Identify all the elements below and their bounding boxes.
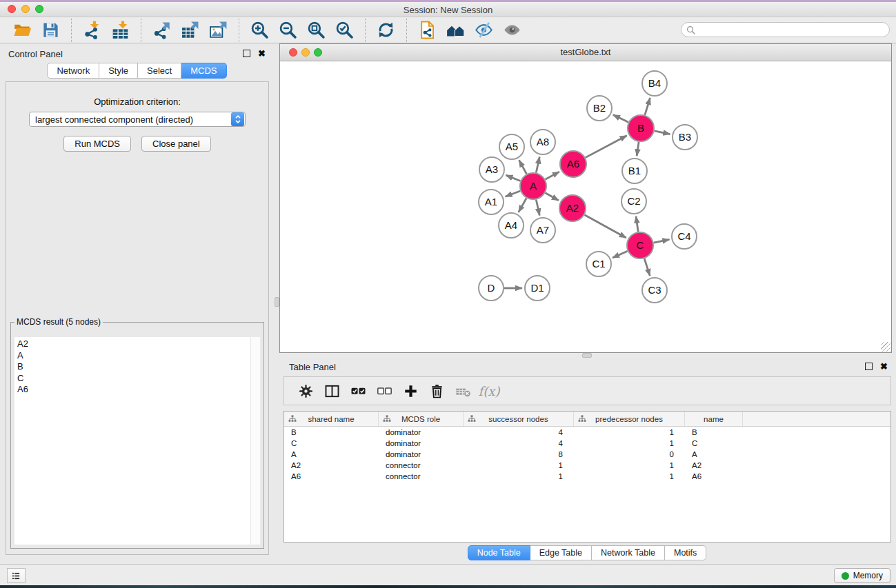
float-panel-icon[interactable] (243, 50, 250, 57)
export-table-button[interactable] (176, 19, 204, 42)
graph-edge-A-A3[interactable] (506, 175, 520, 181)
show-hidden-button[interactable] (498, 19, 526, 42)
graph-node-D1[interactable]: D1 (525, 276, 550, 301)
split-panel-button[interactable] (319, 380, 345, 402)
graph-node-D[interactable]: D (479, 276, 504, 301)
graph-edge-A-A6[interactable] (546, 172, 559, 179)
function-builder-button[interactable]: f(x) (476, 380, 502, 402)
graph-edge-A-A4[interactable] (519, 198, 526, 212)
zoom-out-button[interactable] (274, 19, 302, 42)
graph-node-A1[interactable]: A1 (479, 190, 504, 214)
tab-select[interactable]: Select (138, 63, 181, 79)
zoom-network-window-button[interactable] (314, 48, 322, 57)
graph-node-A5[interactable]: A5 (499, 134, 524, 159)
hide-selected-button[interactable] (470, 19, 498, 42)
graph-edge-A-A8[interactable] (536, 156, 539, 172)
tab-network-table[interactable]: Network Table (592, 545, 665, 560)
graph-node-A8[interactable]: A8 (530, 130, 555, 154)
tab-mcds[interactable]: MCDS (181, 63, 226, 79)
zoom-in-button[interactable] (246, 19, 274, 42)
graph-node-A[interactable]: A (520, 173, 546, 199)
graph-edge-B-B3[interactable] (655, 131, 670, 134)
mcds-result-item[interactable]: A2 (17, 338, 260, 350)
graph-node-A3[interactable]: A3 (479, 157, 504, 182)
tab-style[interactable]: Style (99, 63, 138, 79)
graph-node-A2[interactable]: A2 (559, 195, 586, 221)
zoom-fit-button[interactable] (302, 19, 330, 42)
mcds-result-item[interactable]: A6 (17, 384, 260, 396)
graph-node-C4[interactable]: C4 (672, 224, 697, 249)
table-row[interactable]: A6connector11A6 (284, 471, 890, 482)
graph-node-A4[interactable]: A4 (499, 213, 524, 238)
tab-node-table[interactable]: Node Table (468, 545, 530, 560)
export-image-button[interactable] (204, 19, 232, 42)
graph-node-B[interactable]: B (628, 115, 654, 141)
graph-node-B2[interactable]: B2 (587, 96, 612, 121)
memory-button[interactable]: Memory (834, 568, 890, 583)
import-network-button[interactable] (78, 19, 106, 42)
graph-node-B4[interactable]: B4 (642, 71, 667, 96)
tab-network[interactable]: Network (47, 63, 99, 79)
graph-edge-B-B4[interactable] (645, 98, 650, 115)
scrollbar-track[interactable] (250, 337, 260, 545)
column-header-predecessor-nodes[interactable]: predecessor nodes (574, 412, 685, 426)
save-session-button[interactable] (37, 19, 65, 42)
table-row[interactable]: Adominator80A (284, 449, 890, 460)
table-row[interactable]: A2connector11A2 (284, 460, 890, 471)
graph-edge-A2-C[interactable] (585, 215, 626, 238)
run-mcds-button[interactable]: Run MCDS (63, 136, 131, 152)
import-table-button[interactable] (106, 19, 135, 42)
select-all-button[interactable] (345, 380, 371, 402)
deselect-all-button[interactable] (371, 380, 397, 402)
resize-grip[interactable] (881, 342, 890, 352)
column-header-name[interactable]: name (685, 412, 743, 426)
graph-node-C2[interactable]: C2 (621, 189, 646, 214)
column-header-shared-name[interactable]: shared name (284, 412, 379, 426)
close-network-window-button[interactable] (289, 48, 297, 57)
table-settings-button[interactable] (292, 380, 319, 402)
mcds-result-item[interactable]: C (17, 373, 260, 385)
network-canvas[interactable]: B4B2BB3A8A5A6B1A3AC2A1A2A4A7C4CC1C3DD1 (280, 61, 891, 352)
refresh-layout-button[interactable] (372, 19, 400, 42)
network-window-titlebar[interactable]: testGlobe.txt (280, 44, 891, 61)
graph-edge-A6-B[interactable] (586, 136, 627, 158)
mcds-result-item[interactable]: A (17, 350, 260, 362)
delete-table-button[interactable] (450, 380, 476, 402)
graph-node-C[interactable]: C (627, 232, 653, 258)
close-table-panel-icon[interactable]: ✖ (880, 363, 888, 370)
column-header-successor-nodes[interactable]: successor nodes (464, 412, 574, 426)
graph-node-C1[interactable]: C1 (586, 252, 611, 276)
mcds-result-item[interactable]: B (17, 361, 260, 373)
delete-column-button[interactable] (424, 380, 450, 402)
tab-edge-table[interactable]: Edge Table (530, 545, 592, 560)
graph-node-A7[interactable]: A7 (530, 218, 555, 243)
search-field[interactable] (681, 22, 890, 37)
table-row[interactable]: Bdominator41B (284, 427, 890, 438)
close-panel-button[interactable]: Close panel (141, 136, 211, 152)
graph-node-B3[interactable]: B3 (673, 125, 697, 150)
search-input[interactable] (698, 23, 889, 36)
graph-edge-B-B2[interactable] (613, 115, 628, 123)
close-panel-icon[interactable]: ✖ (258, 50, 266, 57)
graph-edge-C-C4[interactable] (654, 239, 670, 243)
show-log-button[interactable] (7, 568, 26, 583)
open-session-button[interactable] (8, 19, 37, 42)
graph-node-C3[interactable]: C3 (642, 278, 667, 303)
graph-node-A6[interactable]: A6 (560, 151, 586, 177)
add-column-button[interactable] (397, 380, 424, 402)
graph-edge-C-C3[interactable] (644, 258, 650, 276)
column-header-MCDS-role[interactable]: MCDS role (379, 412, 464, 426)
network-from-file-button[interactable] (413, 19, 441, 42)
show-panels-button[interactable] (441, 19, 470, 42)
minimize-network-window-button[interactable] (301, 48, 310, 57)
graph-edge-A-A1[interactable] (506, 191, 521, 196)
criterion-dropdown[interactable]: largest connected component (directed) (29, 112, 246, 127)
tab-motifs[interactable]: Motifs (665, 545, 706, 560)
graph-edge-C-C1[interactable] (613, 251, 628, 258)
zoom-selected-button[interactable] (330, 19, 359, 42)
float-table-panel-icon[interactable] (865, 363, 873, 370)
graph-edge-A-A2[interactable] (545, 193, 559, 201)
graph-edge-B-B1[interactable] (637, 142, 639, 156)
graph-node-B1[interactable]: B1 (622, 159, 647, 183)
graph-edge-A-A5[interactable] (519, 160, 527, 174)
